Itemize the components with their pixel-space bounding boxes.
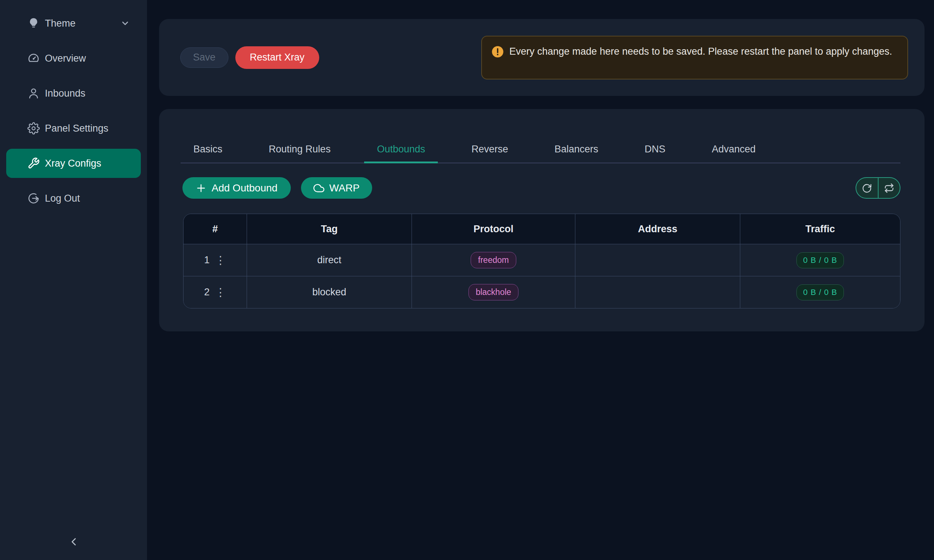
sidebar-item-panel-settings[interactable]: Panel Settings [6, 114, 141, 143]
table-refresh-group [855, 177, 900, 199]
column-header-tag: Tag [247, 214, 412, 244]
tab-outbounds[interactable]: Outbounds [364, 144, 438, 163]
row-tag: direct [247, 244, 412, 276]
row-tag: blocked [247, 276, 412, 308]
gear-icon [27, 122, 40, 135]
xray-configs-card: Basics Routing Rules Outbounds Reverse B… [159, 109, 925, 331]
save-restart-card: Save Restart Xray Every change made here… [159, 19, 925, 96]
logout-icon [27, 192, 40, 205]
chevron-left-icon [68, 535, 80, 548]
sidebar-item-overview[interactable]: Overview [6, 44, 141, 73]
row-menu-icon[interactable]: ⋮ [215, 287, 226, 298]
sidebar: Theme Overview Inbounds [0, 0, 147, 560]
column-header-address: Address [575, 214, 740, 244]
tab-dns[interactable]: DNS [632, 144, 678, 163]
table-header-row: # Tag Protocol Address Traffic [183, 214, 900, 244]
row-menu-icon[interactable]: ⋮ [215, 255, 226, 266]
repeat-icon [884, 183, 894, 193]
warning-circle-icon [492, 46, 504, 58]
tab-basics[interactable]: Basics [180, 144, 235, 163]
column-header-traffic: Traffic [740, 214, 900, 244]
table-row: 2 ⋮ blocked blackhole 0 B / 0 B [183, 276, 900, 308]
row-index: 1 [204, 254, 210, 266]
tab-balancers[interactable]: Balancers [542, 144, 611, 163]
tab-routing-rules[interactable]: Routing Rules [256, 144, 344, 163]
sidebar-item-theme[interactable]: Theme [6, 9, 141, 38]
sidebar-item-label: Overview [45, 53, 86, 64]
sidebar-item-label: Xray Configs [45, 158, 102, 169]
outbounds-table: # Tag Protocol Address Traffic 1 ⋮ direc… [183, 214, 900, 308]
warp-button[interactable]: WARP [301, 177, 372, 199]
restart-warning-alert: Every change made here needs to be saved… [481, 36, 908, 80]
refresh-button[interactable] [856, 178, 878, 198]
sidebar-item-log-out[interactable]: Log Out [6, 184, 141, 213]
refresh-icon [862, 183, 872, 193]
save-button[interactable]: Save [180, 48, 228, 68]
add-outbound-button[interactable]: Add Outbound [182, 177, 291, 199]
tab-advanced[interactable]: Advanced [699, 144, 768, 163]
chevron-down-icon [120, 18, 130, 28]
user-icon [27, 87, 40, 100]
row-address [575, 244, 740, 276]
sidebar-item-label: Theme [45, 18, 76, 29]
row-index: 2 [204, 286, 210, 298]
toggle-refresh-button[interactable] [878, 178, 900, 198]
warp-label: WARP [330, 182, 360, 194]
column-header-protocol: Protocol [412, 214, 575, 244]
plus-icon [196, 183, 207, 194]
restart-xray-button[interactable]: Restart Xray [235, 46, 319, 69]
config-tabs: Basics Routing Rules Outbounds Reverse B… [180, 144, 900, 163]
gauge-icon [27, 52, 40, 65]
protocol-badge: blackhole [469, 284, 518, 300]
table-row: 1 ⋮ direct freedom 0 B / 0 B [183, 244, 900, 276]
outbounds-action-row: Add Outbound WARP [182, 177, 900, 199]
alert-text: Every change made here needs to be saved… [509, 44, 892, 59]
sidebar-item-label: Inbounds [45, 88, 85, 99]
wrench-icon [27, 157, 40, 169]
sidebar-collapse-button[interactable] [66, 534, 82, 550]
traffic-badge: 0 B / 0 B [797, 252, 843, 268]
sidebar-item-label: Panel Settings [45, 123, 108, 134]
sidebar-item-inbounds[interactable]: Inbounds [6, 79, 141, 108]
protocol-badge: freedom [471, 252, 516, 268]
column-header-index: # [183, 214, 247, 244]
sidebar-nav: Theme Overview Inbounds [0, 0, 147, 213]
toolbar-buttons: Save Restart Xray [180, 46, 319, 69]
cloud-icon [313, 183, 324, 194]
sidebar-item-label: Log Out [45, 193, 80, 204]
traffic-badge: 0 B / 0 B [797, 285, 843, 300]
row-address [575, 276, 740, 308]
sidebar-item-xray-configs[interactable]: Xray Configs [6, 149, 141, 178]
tab-reverse[interactable]: Reverse [459, 144, 521, 163]
add-outbound-label: Add Outbound [212, 182, 277, 194]
lightbulb-icon [27, 17, 40, 29]
